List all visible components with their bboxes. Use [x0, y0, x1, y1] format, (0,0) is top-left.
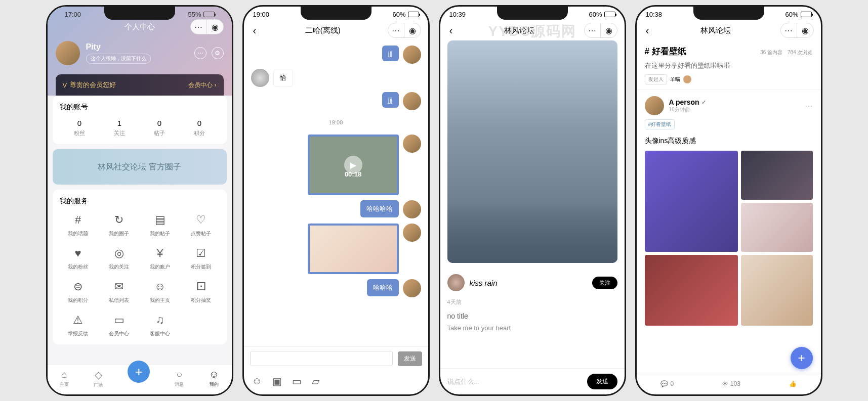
topic-description: 在这里分享好看的壁纸啦啦啦: [645, 61, 813, 70]
vip-link[interactable]: 会员中心 ›: [188, 81, 216, 90]
settings-icon[interactable]: ⚙: [212, 47, 224, 59]
service-item[interactable]: ☺我的主页: [142, 280, 179, 304]
mini-program-capsule[interactable]: ⋯ ◉: [780, 23, 814, 38]
user-avatar[interactable]: [56, 41, 80, 65]
service-item[interactable]: ¥我的账户: [142, 246, 179, 271]
chat-icon[interactable]: ⋯: [194, 47, 206, 59]
service-item[interactable]: ✉私信列表: [101, 280, 138, 304]
message-avatar[interactable]: [403, 135, 421, 153]
menu-icon[interactable]: ⋯: [585, 23, 601, 37]
close-icon[interactable]: ◉: [797, 23, 813, 37]
message-avatar[interactable]: [251, 69, 269, 87]
service-label: 点赞帖子: [183, 230, 220, 237]
service-item[interactable]: ⊜我的积分: [60, 280, 97, 304]
post-author-info[interactable]: A person✓ 16分钟前: [669, 98, 800, 113]
stat-points[interactable]: 0积分: [194, 119, 205, 137]
close-icon[interactable]: ◉: [601, 23, 617, 37]
message-avatar[interactable]: [403, 92, 421, 110]
menu-icon[interactable]: ⋯: [388, 23, 404, 37]
post-author-avatar[interactable]: [645, 96, 664, 115]
forum-banner[interactable]: 林风社交论坛 官方圈子: [53, 149, 227, 185]
service-item[interactable]: #我的话题: [60, 213, 97, 237]
mini-program-capsule[interactable]: ⋯ ◉: [190, 19, 224, 34]
message-avatar[interactable]: [403, 224, 421, 242]
author-name[interactable]: kiss rain: [470, 279, 587, 287]
post-image[interactable]: [741, 255, 813, 326]
message-list[interactable]: jjj恰jjj19:00▶00:18哈哈哈哈哈哈哈: [244, 40, 428, 346]
service-item[interactable]: ♫客服中心: [142, 313, 179, 337]
service-item[interactable]: ◎我的关注: [101, 246, 138, 271]
close-icon[interactable]: ◉: [404, 23, 421, 37]
service-item[interactable]: ↻我的圈子: [101, 213, 138, 237]
close-icon[interactable]: ◉: [207, 20, 223, 34]
follow-button[interactable]: 关注: [592, 277, 617, 289]
post-image[interactable]: [741, 151, 813, 200]
service-item[interactable]: ▤我的帖子: [142, 213, 179, 237]
message-image[interactable]: [308, 224, 399, 274]
message-input[interactable]: [250, 351, 393, 366]
message-bubble[interactable]: jjj: [382, 92, 399, 108]
comment-button[interactable]: 💬0: [660, 380, 674, 387]
send-button[interactable]: 发送: [587, 374, 617, 389]
status-battery: 55%: [188, 11, 214, 18]
menu-icon[interactable]: ⋯: [781, 23, 797, 37]
message-avatar[interactable]: [403, 279, 421, 297]
post-image[interactable]: [447, 40, 617, 263]
message-bubble[interactable]: 哈哈哈哈: [360, 200, 399, 217]
back-button[interactable]: ‹: [644, 25, 651, 36]
tab-item[interactable]: ☺我的: [209, 369, 219, 388]
service-item[interactable]: ⚠举报反馈: [60, 313, 97, 337]
status-time: 10:38: [646, 11, 663, 18]
message-avatar[interactable]: [403, 46, 421, 64]
topic-publisher[interactable]: 发起人 羊喵: [645, 74, 813, 84]
stat-fans[interactable]: 0粉丝: [74, 119, 85, 137]
post-image[interactable]: [645, 151, 738, 252]
service-item[interactable]: ☑积分签到: [183, 246, 220, 271]
post-image[interactable]: [741, 203, 813, 252]
post-content[interactable]: kiss rain 关注 4天前 no title Take me to you…: [440, 40, 625, 368]
post-image[interactable]: [645, 255, 738, 326]
menu-icon[interactable]: ⋯: [191, 20, 207, 34]
user-header[interactable]: Pity 这个人很懒，没留下什么 ⋯ ⚙: [56, 36, 224, 70]
new-post-fab[interactable]: +: [791, 347, 813, 369]
user-actions: ⋯ ⚙: [194, 47, 224, 59]
service-item[interactable]: ♡点赞帖子: [183, 213, 220, 237]
more-icon[interactable]: ⋯: [805, 101, 813, 111]
tab-icon: ☺: [209, 369, 219, 380]
status-battery: 60%: [589, 11, 615, 18]
emoji-icon[interactable]: ☺: [252, 375, 262, 387]
tab-add-fab[interactable]: +: [128, 361, 150, 383]
message-bubble[interactable]: 哈哈哈: [367, 279, 399, 296]
stat-posts[interactable]: 0帖子: [154, 119, 165, 137]
topic-header-row: # 好看壁纸 36 篇内容 784 次浏览: [645, 46, 813, 57]
vip-banner[interactable]: V 尊贵的会员您好 会员中心 ›: [56, 74, 224, 96]
tab-item[interactable]: ⌂主页: [60, 369, 69, 388]
folder-icon[interactable]: ▱: [312, 375, 319, 387]
message-bubble[interactable]: 恰: [273, 69, 293, 87]
video-icon[interactable]: ▭: [292, 375, 302, 387]
mini-program-capsule[interactable]: ⋯ ◉: [388, 23, 421, 38]
back-button[interactable]: ‹: [447, 25, 455, 36]
stat-follow[interactable]: 1关注: [114, 119, 125, 137]
author-avatar[interactable]: [447, 274, 465, 291]
post-tag[interactable]: #好看壁纸: [645, 119, 675, 129]
like-button[interactable]: 👍: [789, 380, 797, 387]
services-grid: #我的话题↻我的圈子▤我的帖子♡点赞帖子♥我的粉丝◎我的关注¥我的账户☑积分签到…: [60, 213, 220, 337]
service-icon: ▤: [153, 213, 167, 227]
comment-input[interactable]: 说点什么...: [447, 377, 582, 386]
service-item[interactable]: ⚀积分抽奖: [183, 280, 220, 304]
image-icon[interactable]: ▣: [272, 375, 282, 387]
chevron-right-icon: ›: [215, 81, 217, 88]
send-button[interactable]: 发送: [398, 351, 422, 366]
back-button[interactable]: ‹: [251, 25, 259, 36]
status-battery: 60%: [392, 11, 419, 18]
service-item[interactable]: ▭会员中心: [101, 313, 138, 337]
tab-item[interactable]: ○消息: [175, 369, 184, 388]
message-avatar[interactable]: [403, 200, 421, 218]
message-video[interactable]: ▶00:18: [308, 135, 399, 195]
service-item[interactable]: ♥我的粉丝: [60, 246, 97, 271]
service-icon: ♫: [153, 313, 167, 327]
message-bubble[interactable]: jjj: [382, 46, 399, 61]
tab-item[interactable]: ◇广场: [94, 369, 103, 388]
mini-program-capsule[interactable]: ⋯ ◉: [584, 23, 617, 38]
